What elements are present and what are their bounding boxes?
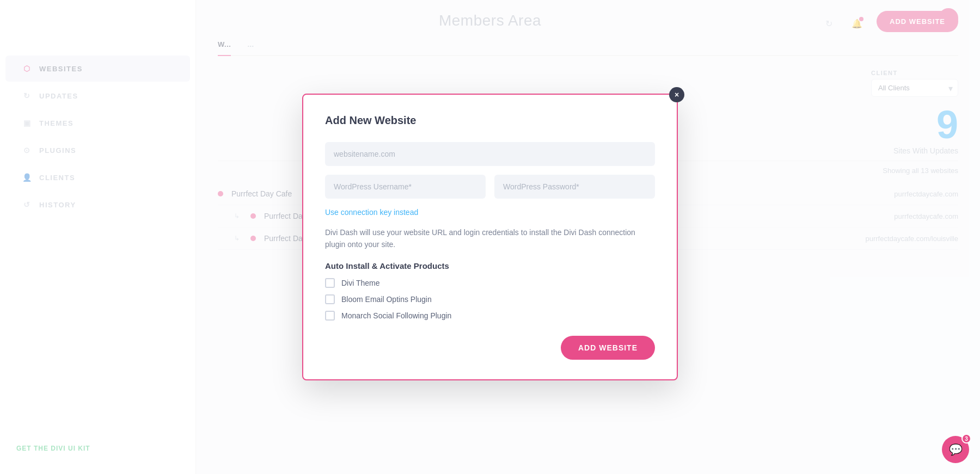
page-background: Members Area 👤 ⬡ WEBSITES ↻ UPDATES ▣ TH… (0, 0, 980, 474)
monarch-plugin-checkbox[interactable] (325, 311, 335, 321)
divi-theme-label: Divi Theme (341, 279, 380, 287)
monarch-plugin-label: Monarch Social Following Plugin (341, 311, 451, 320)
wordpress-password-input[interactable] (494, 175, 655, 199)
credentials-row (325, 175, 655, 199)
chat-badge: 3 (961, 434, 971, 444)
auto-install-title: Auto Install & Activate Products (325, 261, 655, 270)
modal-close-button[interactable]: × (669, 87, 684, 102)
modal-footer: ADD WEBSITE (325, 336, 655, 360)
modal-add-website-button[interactable]: ADD WEBSITE (561, 336, 655, 360)
checkbox-item-monarch: Monarch Social Following Plugin (325, 311, 655, 321)
wordpress-username-input[interactable] (325, 175, 486, 199)
modal-title: Add New Website (325, 114, 655, 127)
connection-key-link[interactable]: Use connection key instead (325, 208, 418, 217)
chat-icon: 💬 (949, 443, 963, 456)
checkbox-item-divi-theme: Divi Theme (325, 278, 655, 288)
bloom-plugin-checkbox[interactable] (325, 294, 335, 304)
website-url-input[interactable] (325, 142, 655, 166)
modal-description: Divi Dash will use your website URL and … (325, 226, 655, 251)
add-website-modal: × Add New Website Use connection key ins… (302, 94, 678, 381)
checkbox-item-bloom: Bloom Email Optins Plugin (325, 294, 655, 304)
divi-theme-checkbox[interactable] (325, 278, 335, 288)
bloom-plugin-label: Bloom Email Optins Plugin (341, 295, 432, 304)
chat-bubble[interactable]: 💬 3 (942, 436, 969, 463)
